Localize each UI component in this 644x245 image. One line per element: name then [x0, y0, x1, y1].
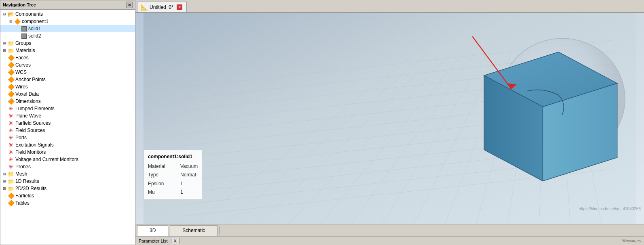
tree-item-voltage-current-monitors[interactable]: · ✳ Voltage and Current Monitors	[0, 156, 135, 163]
tree-label-solid2: solid2	[28, 33, 41, 39]
info-label: Mu	[148, 188, 172, 197]
bottom-tab-3d[interactable]: 3D	[137, 225, 168, 236]
tree-item-voxel-data[interactable]: · 🔶 Voxel Data	[0, 90, 135, 98]
watermark: https://blog.csdn.net/qq_41040256	[579, 207, 641, 211]
expander-materials: ⊞	[1, 47, 8, 54]
tree-item-wires[interactable]: · 🔶 Wires	[0, 83, 135, 90]
tree-label-curves: Curves	[15, 62, 31, 68]
tree-label-wires: Wires	[15, 84, 28, 90]
tree-label-voxel-data: Voxel Data	[15, 91, 39, 97]
tab-close-untitled[interactable]: ✕	[177, 4, 182, 10]
info-box: component1:solid1 MaterialVacuumTypeNorm…	[144, 150, 202, 200]
tree-item-1d-results[interactable]: ⊞ 📁 1D Results	[0, 178, 135, 185]
red-star-icon: ✳	[8, 142, 14, 148]
tree-item-2d3d-results[interactable]: ⊞ 📁 2D/3D Results	[0, 185, 135, 192]
tree-label-wcs: WCS	[15, 69, 27, 75]
tree-label-tables: Tables	[15, 200, 30, 206]
tree-item-materials[interactable]: ⊞ 📁 Materials	[0, 47, 135, 54]
footer-bar: Parameter List X Messages	[135, 236, 644, 245]
tree-label-excitation-signals: Excitation Signals	[15, 142, 54, 148]
tree-item-curves[interactable]: · 🔶 Curves	[0, 61, 135, 69]
info-label: Type	[148, 171, 172, 180]
tab-untitled[interactable]: 📐 Untitled_0* ✕	[137, 2, 187, 12]
tree-label-field-sources: Field Sources	[15, 128, 45, 133]
tree-item-component1[interactable]: ⊟ 🔶 component1	[0, 18, 135, 25]
info-label: Material	[148, 162, 172, 171]
tree-item-probes[interactable]: · ✳ Probes	[0, 163, 135, 170]
red-star-icon: ✳	[8, 149, 14, 155]
info-label: Epsilon	[148, 180, 172, 188]
tab-divider	[219, 226, 220, 235]
nav-tree-title: Navigation Tree	[3, 2, 36, 7]
tree-item-lumped-elements[interactable]: · ✳ Lumped Elements	[0, 105, 135, 112]
tree-label-voltage-current-monitors: Voltage and Current Monitors	[15, 157, 78, 162]
tree-label-plane-wave: Plane Wave	[15, 113, 41, 119]
tree-item-field-monitors[interactable]: · ✳ Field Monitors	[0, 149, 135, 156]
bottom-tab-label-3d: 3D	[150, 228, 156, 233]
tree-item-components[interactable]: ⊟ 📂 Components	[0, 10, 135, 18]
info-value: 1	[180, 188, 183, 197]
red-star-icon: ✳	[8, 120, 14, 126]
orange-icon: 🔶	[8, 54, 14, 61]
red-star-icon: ✳	[8, 163, 14, 170]
tree-item-excitation-signals[interactable]: · ✳ Excitation Signals	[0, 141, 135, 149]
tree-item-farfield-sources[interactable]: · ✳ Farfield Sources	[0, 119, 135, 127]
tree-item-faces[interactable]: · 🔶 Faces	[0, 54, 135, 61]
tree-label-components: Components	[15, 11, 43, 17]
bottom-tabs: 3DSchematic	[135, 224, 644, 236]
right-area: 📐 Untitled_0* ✕	[135, 0, 644, 245]
tab-bar: 📐 Untitled_0* ✕	[135, 0, 644, 13]
tree-item-field-sources[interactable]: · ✳ Field Sources	[0, 127, 135, 134]
tree-item-tables[interactable]: · 🔶 Tables	[0, 199, 135, 207]
tree-label-anchor-points: Anchor Points	[15, 77, 46, 82]
tree-item-farfields[interactable]: · 🔶 Farfields	[0, 192, 135, 199]
tree-item-groups[interactable]: ⊞ 📁 Groups	[0, 40, 135, 47]
orange-icon: 🔶	[8, 193, 14, 199]
navigation-tree-panel: Navigation Tree ✕ ⊟ 📂 Components ⊟ 🔶 com…	[0, 0, 135, 245]
nav-tree-close-button[interactable]: ✕	[126, 2, 133, 8]
footer-left: Parameter List X	[139, 238, 622, 244]
red-star-icon: ✳	[8, 113, 14, 119]
solid-icon	[21, 25, 27, 32]
viewport[interactable]: component1:solid1 MaterialVacuumTypeNorm…	[135, 13, 644, 224]
tree-label-farfield-sources: Farfield Sources	[15, 120, 51, 126]
folder-icon: 📁	[8, 47, 14, 54]
orange-icon: 🔶	[8, 76, 14, 83]
red-star-icon: ✳	[8, 134, 14, 141]
tree-item-wcs[interactable]: · 🔶 WCS	[0, 69, 135, 76]
expander-1d-results: ⊞	[1, 178, 8, 184]
expander-components: ⊟	[1, 11, 8, 17]
bottom-tab-schematic[interactable]: Schematic	[170, 225, 217, 236]
folder-icon: 📁	[8, 185, 14, 192]
tree-item-solid1[interactable]: · solid1	[0, 25, 135, 32]
orange-icon: 🔶	[8, 69, 14, 75]
tree-item-anchor-points[interactable]: · 🔶 Anchor Points	[0, 76, 135, 83]
expander-mesh: ⊞	[1, 171, 8, 177]
tab-label-untitled: Untitled_0*	[150, 4, 173, 10]
tree-item-ports[interactable]: · ✳ Ports	[0, 134, 135, 141]
tree-label-faces: Faces	[15, 55, 29, 61]
bottom-tab-label-schematic: Schematic	[182, 228, 205, 233]
info-value: Vacuum	[180, 162, 198, 171]
tree-label-component1: component1	[22, 19, 49, 24]
info-row: MaterialVacuum	[148, 162, 198, 171]
info-row: Mu1	[148, 188, 198, 197]
tree-item-plane-wave[interactable]: · ✳ Plane Wave	[0, 112, 135, 119]
orange-icon: 🔶	[8, 62, 14, 68]
tree-label-groups: Groups	[15, 40, 31, 46]
tree-label-mesh: Mesh	[15, 171, 27, 177]
tree-item-dimensions[interactable]: · 🔶 Dimensions	[0, 98, 135, 105]
tree-label-2d3d-results: 2D/3D Results	[15, 186, 46, 191]
footer-close-button[interactable]: X	[171, 238, 179, 244]
tree-label-field-monitors: Field Monitors	[15, 149, 46, 155]
group-icon: 🔶	[14, 18, 21, 25]
info-value: 1	[180, 180, 183, 188]
tree-item-solid2[interactable]: · solid2	[0, 32, 135, 40]
tree-item-mesh[interactable]: ⊞ 📁 Mesh	[0, 170, 135, 178]
messages-label: Messages	[622, 239, 641, 243]
orange-icon: 🔶	[8, 84, 14, 90]
orange-icon: 🔶	[8, 91, 14, 97]
parameter-list-label: Parameter List	[139, 239, 168, 243]
folder-icon: 📁	[8, 40, 14, 46]
orange-icon: 🔶	[8, 200, 14, 206]
